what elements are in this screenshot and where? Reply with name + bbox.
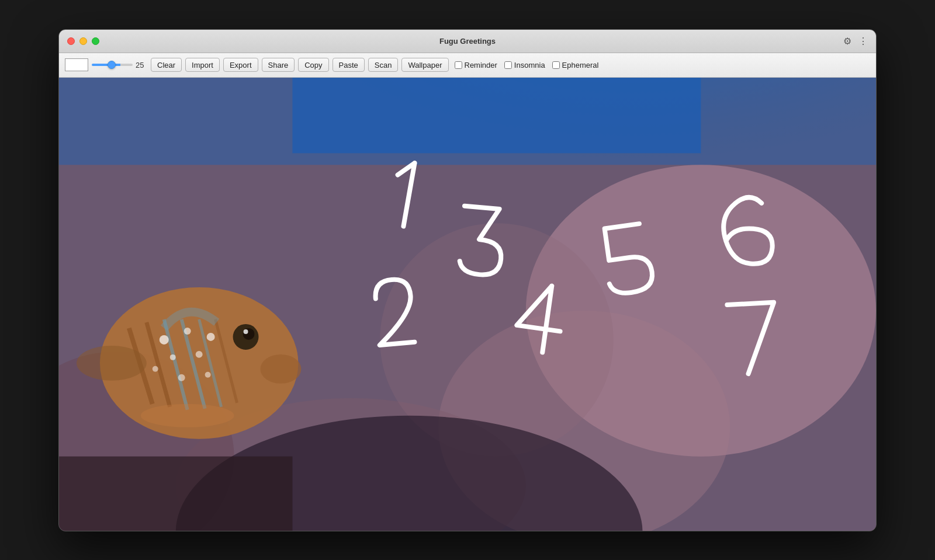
insomnia-checkbox[interactable] xyxy=(504,61,512,69)
svg-point-20 xyxy=(207,332,215,340)
svg-point-22 xyxy=(196,350,203,357)
reminder-checkbox[interactable] xyxy=(455,61,462,69)
copy-button[interactable]: Copy xyxy=(298,58,328,72)
brush-size-slider[interactable] xyxy=(92,64,133,66)
svg-point-30 xyxy=(77,345,147,380)
svg-point-25 xyxy=(205,371,211,377)
ephemeral-label: Ephemeral xyxy=(562,61,599,69)
svg-point-23 xyxy=(153,366,158,371)
menu-icon[interactable]: ⋮ xyxy=(858,36,868,47)
clear-button[interactable]: Clear xyxy=(151,58,182,72)
canvas-area[interactable] xyxy=(59,78,876,531)
insomnia-checkbox-label[interactable]: Insomnia xyxy=(504,61,545,69)
title-icon-group: ⚙ ⋮ xyxy=(843,36,868,47)
toolbar: 25 Clear Import Export Share Copy Paste … xyxy=(59,53,876,78)
brush-size-value: 25 xyxy=(136,61,147,69)
reminder-label: Reminder xyxy=(465,61,497,69)
svg-rect-3 xyxy=(292,78,701,153)
svg-point-18 xyxy=(160,335,169,344)
paste-button[interactable]: Paste xyxy=(333,58,365,72)
maximize-button[interactable] xyxy=(92,37,99,45)
ephemeral-checkbox[interactable] xyxy=(552,61,560,69)
background-image xyxy=(59,78,876,531)
scan-button[interactable]: Scan xyxy=(368,58,399,72)
checkbox-group: Reminder Insomnia Ephemeral xyxy=(455,61,599,69)
window-title: Fugu Greetings xyxy=(439,37,496,46)
extensions-icon[interactable]: ⚙ xyxy=(843,36,851,47)
svg-point-29 xyxy=(261,354,302,383)
minimize-button[interactable] xyxy=(79,37,87,45)
share-button[interactable]: Share xyxy=(262,58,295,72)
titlebar: Fugu Greetings ⚙ ⋮ xyxy=(59,30,876,53)
svg-point-31 xyxy=(141,404,234,427)
wallpaper-button[interactable]: Wallpaper xyxy=(401,58,448,72)
svg-point-24 xyxy=(178,374,185,381)
traffic-lights xyxy=(67,37,99,45)
svg-point-21 xyxy=(170,354,176,360)
close-button[interactable] xyxy=(67,37,75,45)
import-button[interactable]: Import xyxy=(185,58,220,72)
background-svg xyxy=(59,78,876,531)
svg-rect-10 xyxy=(59,456,292,530)
reminder-checkbox-label[interactable]: Reminder xyxy=(455,61,497,69)
export-button[interactable]: Export xyxy=(223,58,258,72)
svg-point-28 xyxy=(244,329,248,333)
insomnia-label: Insomnia xyxy=(514,61,545,69)
color-swatch[interactable] xyxy=(65,58,88,71)
ephemeral-checkbox-label[interactable]: Ephemeral xyxy=(552,61,599,69)
app-window: Fugu Greetings ⚙ ⋮ 25 Clear Import Expor… xyxy=(58,29,877,531)
brush-size-control: 25 xyxy=(92,61,147,69)
svg-point-19 xyxy=(184,327,191,334)
